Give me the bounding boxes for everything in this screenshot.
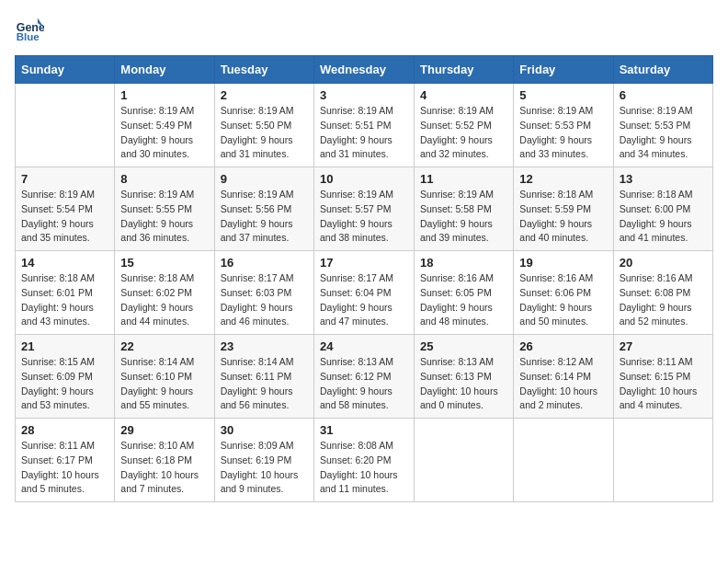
col-header-monday: Monday: [115, 56, 214, 84]
day-cell: [613, 419, 712, 502]
day-number: 29: [120, 423, 208, 437]
day-cell: 29 Sunrise: 8:10 AM Sunset: 6:18 PM Dayl…: [115, 419, 214, 502]
day-cell: 10 Sunrise: 8:19 AM Sunset: 5:57 PM Dayl…: [313, 167, 414, 251]
day-number: 1: [120, 88, 208, 102]
week-row-2: 7 Sunrise: 8:19 AM Sunset: 5:54 PM Dayli…: [16, 167, 713, 251]
logo: General Blue: [15, 15, 44, 44]
day-number: 30: [221, 423, 308, 437]
day-cell: 19 Sunrise: 8:16 AM Sunset: 6:06 PM Dayl…: [514, 251, 613, 335]
day-number: 2: [221, 88, 308, 102]
day-detail: Sunrise: 8:13 AM Sunset: 6:12 PM Dayligh…: [320, 355, 408, 413]
svg-text:Blue: Blue: [17, 31, 40, 42]
day-number: 18: [420, 256, 507, 270]
day-detail: Sunrise: 8:14 AM Sunset: 6:10 PM Dayligh…: [120, 355, 208, 413]
day-cell: 5 Sunrise: 8:19 AM Sunset: 5:53 PM Dayli…: [514, 84, 613, 167]
day-cell: 22 Sunrise: 8:14 AM Sunset: 6:10 PM Dayl…: [115, 335, 214, 419]
day-number: 22: [120, 339, 208, 353]
week-row-1: 1 Sunrise: 8:19 AM Sunset: 5:49 PM Dayli…: [16, 84, 713, 167]
day-detail: Sunrise: 8:13 AM Sunset: 6:13 PM Dayligh…: [420, 355, 507, 413]
day-number: 3: [320, 88, 408, 102]
day-detail: Sunrise: 8:17 AM Sunset: 6:04 PM Dayligh…: [320, 271, 408, 329]
calendar-table: SundayMondayTuesdayWednesdayThursdayFrid…: [15, 55, 713, 502]
day-number: 26: [519, 339, 607, 353]
col-header-tuesday: Tuesday: [214, 56, 313, 84]
day-detail: Sunrise: 8:08 AM Sunset: 6:20 PM Dayligh…: [320, 439, 408, 497]
day-cell: 2 Sunrise: 8:19 AM Sunset: 5:50 PM Dayli…: [214, 84, 313, 167]
col-header-sunday: Sunday: [16, 56, 115, 84]
day-detail: Sunrise: 8:09 AM Sunset: 6:19 PM Dayligh…: [221, 439, 308, 497]
calendar-header: SundayMondayTuesdayWednesdayThursdayFrid…: [16, 56, 713, 84]
day-number: 31: [320, 423, 408, 437]
week-row-4: 21 Sunrise: 8:15 AM Sunset: 6:09 PM Dayl…: [16, 335, 713, 419]
week-row-3: 14 Sunrise: 8:18 AM Sunset: 6:01 PM Dayl…: [16, 251, 713, 335]
col-header-saturday: Saturday: [613, 56, 712, 84]
day-detail: Sunrise: 8:15 AM Sunset: 6:09 PM Dayligh…: [21, 355, 108, 413]
day-number: 7: [21, 172, 108, 186]
day-cell: 30 Sunrise: 8:09 AM Sunset: 6:19 PM Dayl…: [214, 419, 313, 502]
day-detail: Sunrise: 8:19 AM Sunset: 5:56 PM Dayligh…: [221, 188, 308, 246]
day-cell: 27 Sunrise: 8:11 AM Sunset: 6:15 PM Dayl…: [613, 335, 712, 419]
day-number: 24: [320, 339, 408, 353]
day-detail: Sunrise: 8:17 AM Sunset: 6:03 PM Dayligh…: [221, 271, 308, 329]
day-detail: Sunrise: 8:19 AM Sunset: 5:51 PM Dayligh…: [320, 104, 408, 162]
col-header-thursday: Thursday: [415, 56, 514, 84]
col-header-friday: Friday: [514, 56, 613, 84]
day-cell: 12 Sunrise: 8:18 AM Sunset: 5:59 PM Dayl…: [514, 167, 613, 251]
col-header-wednesday: Wednesday: [313, 56, 414, 84]
day-cell: 11 Sunrise: 8:19 AM Sunset: 5:58 PM Dayl…: [415, 167, 514, 251]
day-cell: 4 Sunrise: 8:19 AM Sunset: 5:52 PM Dayli…: [415, 84, 514, 167]
day-number: 16: [221, 256, 308, 270]
day-number: 12: [519, 172, 607, 186]
day-cell: 7 Sunrise: 8:19 AM Sunset: 5:54 PM Dayli…: [16, 167, 115, 251]
day-detail: Sunrise: 8:19 AM Sunset: 5:58 PM Dayligh…: [420, 188, 507, 246]
day-number: 19: [519, 256, 607, 270]
day-cell: 8 Sunrise: 8:19 AM Sunset: 5:55 PM Dayli…: [115, 167, 214, 251]
day-detail: Sunrise: 8:19 AM Sunset: 5:52 PM Dayligh…: [420, 104, 507, 162]
day-cell: 31 Sunrise: 8:08 AM Sunset: 6:20 PM Dayl…: [313, 419, 414, 502]
day-cell: 15 Sunrise: 8:18 AM Sunset: 6:02 PM Dayl…: [115, 251, 214, 335]
day-number: 23: [221, 339, 308, 353]
day-cell: 21 Sunrise: 8:15 AM Sunset: 6:09 PM Dayl…: [16, 335, 115, 419]
day-cell: [16, 84, 115, 167]
day-number: 10: [320, 172, 408, 186]
day-detail: Sunrise: 8:16 AM Sunset: 6:06 PM Dayligh…: [519, 271, 607, 329]
day-number: 17: [320, 256, 408, 270]
day-cell: 3 Sunrise: 8:19 AM Sunset: 5:51 PM Dayli…: [313, 84, 414, 167]
page-header: General Blue: [15, 15, 713, 44]
day-detail: Sunrise: 8:14 AM Sunset: 6:11 PM Dayligh…: [221, 355, 308, 413]
day-detail: Sunrise: 8:19 AM Sunset: 5:53 PM Dayligh…: [519, 104, 607, 162]
day-detail: Sunrise: 8:10 AM Sunset: 6:18 PM Dayligh…: [120, 439, 208, 497]
day-cell: [514, 419, 613, 502]
day-detail: Sunrise: 8:19 AM Sunset: 5:55 PM Dayligh…: [120, 188, 208, 246]
day-detail: Sunrise: 8:19 AM Sunset: 5:54 PM Dayligh…: [21, 188, 108, 246]
day-detail: Sunrise: 8:12 AM Sunset: 6:14 PM Dayligh…: [519, 355, 607, 413]
day-cell: 1 Sunrise: 8:19 AM Sunset: 5:49 PM Dayli…: [115, 84, 214, 167]
day-detail: Sunrise: 8:19 AM Sunset: 5:53 PM Dayligh…: [620, 104, 707, 162]
day-cell: 26 Sunrise: 8:12 AM Sunset: 6:14 PM Dayl…: [514, 335, 613, 419]
day-number: 14: [21, 256, 108, 270]
day-detail: Sunrise: 8:19 AM Sunset: 5:50 PM Dayligh…: [221, 104, 308, 162]
day-detail: Sunrise: 8:11 AM Sunset: 6:15 PM Dayligh…: [620, 355, 707, 413]
day-cell: 13 Sunrise: 8:18 AM Sunset: 6:00 PM Dayl…: [613, 167, 712, 251]
day-cell: 16 Sunrise: 8:17 AM Sunset: 6:03 PM Dayl…: [214, 251, 313, 335]
day-cell: 17 Sunrise: 8:17 AM Sunset: 6:04 PM Dayl…: [313, 251, 414, 335]
day-number: 8: [120, 172, 208, 186]
day-detail: Sunrise: 8:18 AM Sunset: 5:59 PM Dayligh…: [519, 188, 607, 246]
day-cell: 18 Sunrise: 8:16 AM Sunset: 6:05 PM Dayl…: [415, 251, 514, 335]
day-cell: 20 Sunrise: 8:16 AM Sunset: 6:08 PM Dayl…: [613, 251, 712, 335]
day-number: 5: [519, 88, 607, 102]
day-number: 4: [420, 88, 507, 102]
day-detail: Sunrise: 8:18 AM Sunset: 6:02 PM Dayligh…: [120, 271, 208, 329]
day-detail: Sunrise: 8:19 AM Sunset: 5:49 PM Dayligh…: [120, 104, 208, 162]
day-cell: 6 Sunrise: 8:19 AM Sunset: 5:53 PM Dayli…: [613, 84, 712, 167]
day-number: 21: [21, 339, 108, 353]
week-row-5: 28 Sunrise: 8:11 AM Sunset: 6:17 PM Dayl…: [16, 419, 713, 502]
day-cell: 23 Sunrise: 8:14 AM Sunset: 6:11 PM Dayl…: [214, 335, 313, 419]
day-number: 28: [21, 423, 108, 437]
day-number: 27: [620, 339, 707, 353]
day-cell: 24 Sunrise: 8:13 AM Sunset: 6:12 PM Dayl…: [313, 335, 414, 419]
day-detail: Sunrise: 8:19 AM Sunset: 5:57 PM Dayligh…: [320, 188, 408, 246]
day-cell: [415, 419, 514, 502]
day-number: 9: [221, 172, 308, 186]
day-cell: 9 Sunrise: 8:19 AM Sunset: 5:56 PM Dayli…: [214, 167, 313, 251]
